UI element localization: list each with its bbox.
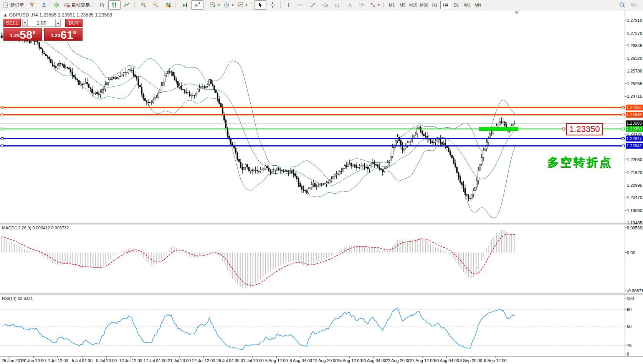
- new-chart-icon: [210, 2, 216, 8]
- chart-annotation-text[interactable]: 多空转折点: [547, 155, 616, 170]
- trendline-tool[interactable]: [307, 0, 319, 10]
- crosshair-tool-button[interactable]: [266, 0, 279, 10]
- chart-shift-marker[interactable]: [515, 12, 519, 14]
- timeframe-m15[interactable]: M15: [408, 1, 419, 9]
- search-icon: [619, 2, 625, 8]
- timeframe-h1[interactable]: H1: [430, 1, 440, 9]
- horizontal-line-tool[interactable]: [294, 0, 307, 10]
- timeframe-h4[interactable]: H4: [440, 1, 451, 9]
- buy-button[interactable]: BUY: [65, 19, 83, 27]
- text-label-tool[interactable]: T: [356, 0, 368, 10]
- svg-text:9 Jul 20:00: 9 Jul 20:00: [96, 358, 117, 363]
- line-handle[interactable]: [1, 106, 3, 109]
- svg-text:0.00: 0.00: [627, 250, 635, 255]
- line-handle[interactable]: [1, 114, 3, 116]
- line-handle[interactable]: [622, 114, 624, 116]
- text-label-icon: T: [359, 2, 365, 8]
- svg-text:1.23945: 1.23945: [626, 112, 642, 117]
- community-button[interactable]: [38, 0, 50, 10]
- sell-button[interactable]: SELL: [3, 19, 21, 27]
- indicators-dropdown[interactable]: ▼: [236, 0, 250, 10]
- zoom-out-button[interactable]: [150, 0, 162, 10]
- buy-price-sup: 9: [73, 30, 76, 35]
- panel-collapse-icon[interactable]: ▲: [3, 12, 8, 18]
- svg-text:5 Jul 04:00: 5 Jul 04:00: [72, 358, 93, 363]
- new-chart-dropdown[interactable]: ▼: [208, 0, 222, 10]
- svg-text:1.19930: 1.19930: [627, 208, 642, 213]
- svg-text:2 Jul 12:00: 2 Jul 12:00: [48, 358, 68, 363]
- chart-area[interactable]: 1.242501.239451.235881.233501.229471.226…: [0, 0, 643, 364]
- svg-text:1.20470: 1.20470: [627, 195, 642, 200]
- cursor-tool-button[interactable]: [254, 0, 266, 10]
- zoom-in-icon: [141, 2, 147, 8]
- svg-text:15: 15: [627, 343, 631, 348]
- chart-shift-button[interactable]: [191, 0, 203, 10]
- tile-windows-button[interactable]: [162, 0, 174, 10]
- macd-indicator: [2, 230, 515, 289]
- vertical-line-icon: [285, 2, 291, 8]
- main-toolbar: 新订单 自动交易 ▼ ▼: [0, 0, 643, 10]
- line-handle[interactable]: [622, 106, 624, 109]
- highlight-zone-rect[interactable]: [479, 127, 518, 131]
- auto-scroll-button[interactable]: [179, 0, 191, 10]
- line-handle[interactable]: [622, 137, 624, 140]
- timeframe-d1[interactable]: D1: [451, 1, 462, 9]
- chart-symbol-header: ▲ GBPUSD-,H4 1.23585 1.23591 1.23585 1.2…: [3, 12, 112, 18]
- chat-icon: [631, 2, 638, 8]
- channel-icon: E: [322, 2, 328, 8]
- svg-text:8 Aug 04:00: 8 Aug 04:00: [289, 358, 312, 363]
- volume-increase-button[interactable]: ▲: [55, 19, 61, 27]
- svg-text:15 Aug 12:00: 15 Aug 12:00: [337, 358, 362, 363]
- callout-anchor-handle[interactable]: [562, 128, 565, 130]
- timeframe-m30[interactable]: M30: [419, 1, 430, 9]
- timeframe-m5[interactable]: M5: [397, 1, 408, 9]
- svg-text:1.21520: 1.21520: [627, 170, 642, 175]
- timeframe-mn[interactable]: MN: [473, 1, 483, 9]
- new-order-button[interactable]: 新订单: [2, 0, 26, 10]
- rsi-indicator-label: RSI(14) 63.9321: [2, 296, 33, 301]
- line-handle[interactable]: [622, 128, 624, 130]
- text-icon: A: [347, 2, 353, 8]
- zoom-in-button[interactable]: [137, 0, 150, 10]
- line-handle[interactable]: [1, 137, 3, 140]
- tile-windows-icon: [165, 2, 171, 8]
- svg-text:1.19405: 1.19405: [627, 221, 642, 225]
- line-handle[interactable]: [1, 145, 3, 147]
- sell-price-display[interactable]: 1.23 58 8: [3, 28, 42, 41]
- volume-input[interactable]: 1.00: [28, 19, 56, 27]
- svg-text:29 Jul 04:00: 29 Jul 04:00: [217, 358, 240, 363]
- bb-upper: [33, 30, 515, 180]
- channel-tool[interactable]: E: [319, 0, 331, 10]
- candlestick-chart-button[interactable]: [108, 0, 121, 10]
- profiles-dropdown[interactable]: ▼: [222, 0, 236, 10]
- shapes-dropdown[interactable]: ▼: [368, 0, 382, 10]
- search-button[interactable]: [616, 0, 628, 10]
- timeframe-m1[interactable]: M1: [387, 1, 397, 9]
- bollinger-bands: [33, 30, 515, 218]
- time-axis[interactable]: 25 Jun 201927 Jun 20:002 Jul 12:005 Jul …: [2, 356, 507, 363]
- auto-scroll-icon: [182, 2, 188, 8]
- autotrading-icon: [64, 2, 70, 8]
- svg-text:1.27910: 1.27910: [627, 18, 642, 23]
- svg-text:50: 50: [627, 324, 631, 329]
- bar-chart-button[interactable]: [96, 0, 108, 10]
- fibonacci-tool[interactable]: F: [331, 0, 344, 10]
- buy-price-display[interactable]: 1.23 61 9: [44, 28, 83, 41]
- chat-button[interactable]: [628, 0, 641, 10]
- bb-middle: [33, 37, 515, 186]
- price-axis[interactable]: 1.279101.273701.268451.263201.257801.252…: [625, 18, 643, 356]
- autotrading-button[interactable]: 自动交易: [63, 0, 91, 10]
- line-handle[interactable]: [1, 128, 3, 130]
- market-watch-button[interactable]: [26, 0, 38, 10]
- volume-decrease-button[interactable]: ▼: [22, 19, 28, 27]
- svg-text:5 Aug 12:00: 5 Aug 12:00: [265, 358, 288, 363]
- line-handle[interactable]: [622, 145, 624, 147]
- vertical-line-tool[interactable]: [282, 0, 294, 10]
- signals-button[interactable]: [50, 0, 63, 10]
- timeframe-w1[interactable]: W1: [462, 1, 473, 9]
- rsi-indicator: [0, 308, 625, 350]
- line-chart-button[interactable]: [121, 0, 133, 10]
- text-tool[interactable]: A: [344, 0, 356, 10]
- one-click-trading-panel: SELL ▼ 1.00 ▲ BUY 1.23 58 8 1.23 61 9: [3, 19, 83, 41]
- price-callout-label[interactable]: 1.23350: [566, 123, 603, 135]
